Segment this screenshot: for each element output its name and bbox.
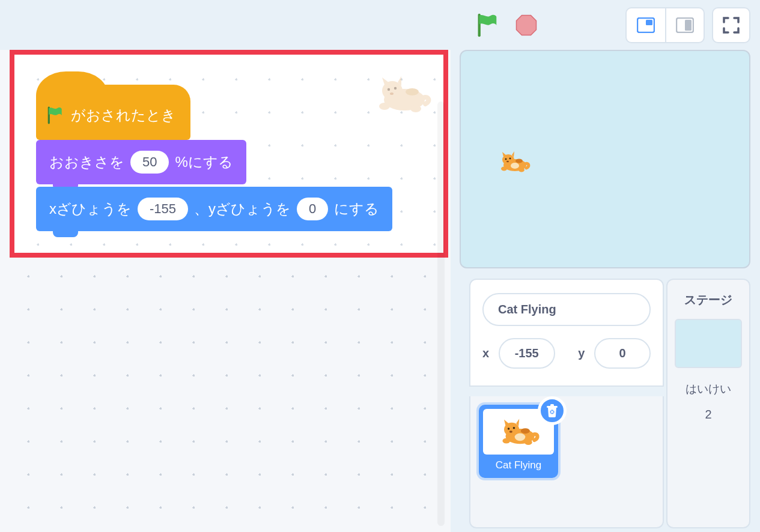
- run-flag-button[interactable]: [471, 8, 505, 42]
- delete-sprite-button[interactable]: [538, 396, 567, 425]
- x-label: x: [482, 346, 491, 360]
- svg-point-17: [506, 161, 509, 163]
- layout-mode-group: [625, 7, 705, 43]
- size-suffix-label: %にする: [175, 153, 233, 172]
- svg-point-12: [410, 105, 421, 112]
- svg-rect-4: [685, 20, 692, 31]
- small-stage-button[interactable]: [627, 8, 665, 42]
- svg-point-30: [521, 428, 530, 434]
- large-stage-icon: [676, 17, 694, 33]
- fullscreen-button[interactable]: [712, 7, 750, 43]
- goto-xy-block[interactable]: xざひょうを -155 、yざひょうを 0 にする: [36, 187, 392, 231]
- stage-title-label: ステージ: [672, 292, 744, 308]
- large-stage-button[interactable]: [665, 8, 704, 42]
- stage-sprite-cat[interactable]: [497, 150, 530, 173]
- size-prefix-label: おおきさを: [49, 153, 124, 172]
- workspace-scrollbar[interactable]: [437, 101, 445, 526]
- svg-point-18: [515, 159, 523, 163]
- sprite-tile-label: Cat Flying: [483, 459, 554, 471]
- svg-point-21: [518, 168, 524, 172]
- stage-preview[interactable]: [460, 50, 750, 268]
- hat-block-label: がおされたとき: [71, 106, 176, 125]
- sprite-tile-cat-flying[interactable]: Cat Flying: [479, 405, 558, 478]
- svg-point-7: [388, 88, 390, 91]
- code-workspace[interactable]: がおされたとき おおきさを 50 %にする xざひょうを -155 、yざひょう…: [0, 50, 451, 532]
- backdrop-label: はいけい: [672, 381, 744, 397]
- sprite-name-input[interactable]: [482, 293, 651, 326]
- stop-icon: [515, 14, 537, 36]
- set-size-block[interactable]: おおきさを 50 %にする: [36, 140, 246, 184]
- green-flag-icon: [477, 13, 499, 37]
- stage-selector-panel[interactable]: ステージ はいけい 2: [666, 279, 750, 528]
- svg-point-20: [501, 167, 507, 171]
- fullscreen-icon: [722, 16, 740, 34]
- sprite-info-panel: x y: [469, 279, 664, 387]
- toolbar: [0, 0, 760, 50]
- size-value-input[interactable]: 50: [130, 151, 169, 174]
- svg-point-29: [509, 431, 512, 432]
- svg-point-27: [508, 428, 510, 430]
- svg-point-8: [394, 87, 397, 89]
- svg-point-33: [524, 440, 532, 445]
- sprite-y-input[interactable]: [594, 338, 651, 369]
- svg-point-28: [513, 427, 515, 429]
- svg-point-32: [502, 438, 510, 444]
- goto-mid-label: 、yざひょうを: [194, 199, 291, 219]
- svg-point-10: [406, 88, 419, 95]
- stage-thumbnail[interactable]: [675, 319, 742, 368]
- highlight-frame: がおされたとき おおきさを 50 %にする xざひょうを -155 、yざひょう…: [10, 50, 448, 258]
- svg-point-31: [515, 434, 526, 441]
- sprite-watermark-icon: [371, 73, 431, 115]
- stop-button[interactable]: [509, 8, 543, 42]
- sprite-list: Cat Flying: [469, 396, 664, 528]
- y-label: y: [578, 346, 587, 360]
- svg-point-15: [505, 159, 507, 160]
- cat-flying-icon: [497, 417, 540, 446]
- goto-suffix-label: にする: [334, 199, 379, 219]
- svg-marker-0: [517, 15, 537, 35]
- goto-x-prefix-label: xざひょうを: [49, 199, 132, 219]
- svg-point-19: [511, 163, 519, 169]
- small-stage-icon: [637, 17, 655, 33]
- svg-point-11: [379, 103, 390, 110]
- svg-point-9: [390, 92, 394, 95]
- green-flag-icon: [47, 106, 64, 124]
- goto-y-input[interactable]: 0: [297, 198, 328, 220]
- svg-rect-2: [646, 20, 652, 25]
- sprite-x-input[interactable]: [499, 338, 555, 369]
- svg-point-16: [509, 158, 511, 160]
- trash-icon: [546, 404, 559, 418]
- when-flag-clicked-block[interactable]: がおされたとき: [36, 85, 190, 140]
- svg-rect-23: [550, 404, 554, 407]
- goto-x-input[interactable]: -155: [138, 198, 188, 220]
- backdrop-count: 2: [672, 408, 744, 422]
